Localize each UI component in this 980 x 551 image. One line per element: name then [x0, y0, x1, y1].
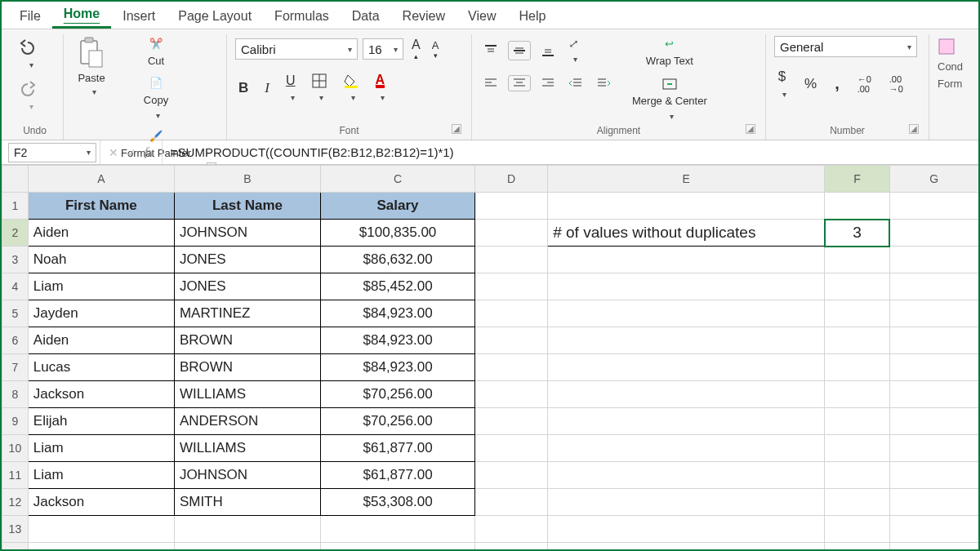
row-header-12[interactable]: 12	[2, 489, 29, 516]
row-header-11[interactable]: 11	[2, 462, 29, 489]
cell-B6[interactable]: BROWN	[174, 327, 320, 354]
cell-G8[interactable]	[889, 381, 978, 408]
col-header-B[interactable]: B	[174, 166, 320, 193]
cell-B13[interactable]	[174, 516, 320, 543]
cell-G12[interactable]	[889, 489, 978, 516]
tab-data[interactable]: Data	[341, 4, 391, 29]
col-header-A[interactable]: A	[28, 166, 174, 193]
row-header-6[interactable]: 6	[2, 327, 29, 354]
align-right-button[interactable]	[537, 76, 559, 91]
align-bottom-button[interactable]	[537, 42, 559, 60]
cell-B5[interactable]: MARTINEZ	[174, 300, 320, 327]
cell-B11[interactable]: JOHNSON	[174, 462, 320, 489]
cell-G4[interactable]	[889, 273, 978, 300]
cell-D14[interactable]	[475, 543, 548, 550]
cell-A14[interactable]	[28, 543, 174, 550]
cell-C4[interactable]: $85,452.00	[321, 273, 475, 300]
cell-C5[interactable]: $84,923.00	[321, 300, 475, 327]
cell-E8[interactable]	[548, 381, 825, 408]
cell-B7[interactable]: BROWN	[174, 354, 320, 381]
tab-file[interactable]: File	[8, 4, 52, 29]
comma-button[interactable]: ,	[831, 73, 843, 95]
cell-E1[interactable]	[548, 193, 825, 220]
paste-button[interactable]: Paste ▾	[72, 34, 111, 98]
cell-B14[interactable]	[174, 543, 320, 550]
decrease-decimal-button[interactable]: .00→0	[886, 73, 906, 96]
cell-B3[interactable]: JONES	[174, 247, 320, 273]
cell-C11[interactable]: $61,877.00	[321, 462, 475, 489]
cell-F13[interactable]	[825, 516, 889, 543]
increase-decimal-button[interactable]: ←0.00	[854, 73, 875, 96]
cell-C9[interactable]: $70,256.00	[321, 408, 475, 435]
cell-B8[interactable]: WILLIAMS	[174, 381, 320, 408]
cell-E7[interactable]	[548, 354, 825, 381]
cell-D5[interactable]	[475, 300, 548, 327]
cell-D3[interactable]	[475, 247, 548, 273]
cell-F3[interactable]	[825, 247, 889, 273]
cell-E6[interactable]	[548, 327, 825, 354]
cell-A2[interactable]: Aiden	[28, 220, 174, 247]
cell-A6[interactable]: Aiden	[28, 327, 174, 354]
cell-G2[interactable]	[889, 220, 978, 247]
fx-icon[interactable]: fx	[145, 145, 154, 159]
tab-formulas[interactable]: Formulas	[263, 4, 341, 29]
cell-A9[interactable]: Elijah	[28, 408, 174, 435]
formula-input[interactable]: =SUMPRODUCT((COUNTIF(B2:B12,B2:B12)=1)*1…	[163, 145, 978, 159]
spreadsheet-grid[interactable]: A B C D E F G 1First NameLast NameSalary…	[2, 165, 978, 549]
cell-C13[interactable]	[321, 516, 475, 543]
cell-G3[interactable]	[889, 247, 978, 273]
cell-C3[interactable]: $86,632.00	[321, 247, 475, 273]
cell-E5[interactable]	[548, 300, 825, 327]
cell-E13[interactable]	[548, 516, 825, 543]
cell-C7[interactable]: $84,923.00	[321, 354, 475, 381]
cell-F2[interactable]: 3	[825, 220, 889, 247]
tab-page-layout[interactable]: Page Layout	[167, 4, 263, 29]
col-header-E[interactable]: E	[548, 166, 825, 193]
cell-D8[interactable]	[475, 381, 548, 408]
cell-E2[interactable]: # of values without duplicates	[548, 220, 825, 247]
alignment-launcher-icon[interactable]: ◢	[746, 124, 755, 134]
cell-E9[interactable]	[548, 408, 825, 435]
cell-F8[interactable]	[825, 381, 889, 408]
col-header-D[interactable]: D	[475, 166, 548, 193]
row-header-10[interactable]: 10	[2, 435, 29, 462]
cell-F1[interactable]	[825, 193, 889, 220]
cell-B10[interactable]: WILLIAMS	[174, 435, 320, 462]
cell-G10[interactable]	[889, 435, 978, 462]
font-color-button[interactable]: A▾	[372, 73, 389, 104]
cell-B1[interactable]: Last Name	[174, 193, 320, 220]
cell-E14[interactable]	[548, 543, 825, 550]
number-format-select[interactable]: General▾	[774, 36, 917, 57]
font-size-select[interactable]: 16▾	[363, 38, 403, 60]
cell-D10[interactable]	[475, 435, 548, 462]
cell-C2[interactable]: $100,835.00	[321, 220, 475, 247]
tab-view[interactable]: View	[457, 4, 507, 29]
cell-B4[interactable]: JONES	[174, 273, 320, 300]
row-header-1[interactable]: 1	[2, 193, 29, 220]
cell-A4[interactable]: Liam	[28, 273, 174, 300]
cell-D11[interactable]	[475, 462, 548, 489]
cell-C14[interactable]	[321, 543, 475, 550]
cell-C6[interactable]: $84,923.00	[321, 327, 475, 354]
cell-D12[interactable]	[475, 489, 548, 516]
increase-indent-button[interactable]	[593, 76, 614, 91]
cell-E3[interactable]	[548, 247, 825, 273]
cell-D1[interactable]	[475, 193, 548, 220]
cell-D4[interactable]	[475, 273, 548, 300]
decrease-font-button[interactable]: A▾	[429, 38, 443, 61]
cell-G14[interactable]	[889, 543, 978, 550]
cell-F10[interactable]	[825, 435, 889, 462]
cell-B12[interactable]: SMITH	[174, 489, 320, 516]
cell-A10[interactable]: Liam	[28, 435, 174, 462]
redo-button[interactable]: ▾	[15, 79, 42, 113]
cell-E10[interactable]	[548, 435, 825, 462]
cell-G11[interactable]	[889, 462, 978, 489]
cell-A5[interactable]: Jayden	[28, 300, 174, 327]
cell-B2[interactable]: JOHNSON	[174, 220, 320, 247]
cell-A12[interactable]: Jackson	[28, 489, 174, 516]
cell-D13[interactable]	[475, 516, 548, 543]
cell-E12[interactable]	[548, 489, 825, 516]
row-header-5[interactable]: 5	[2, 300, 29, 327]
row-header-8[interactable]: 8	[2, 381, 29, 408]
name-box[interactable]: F2▾	[8, 143, 96, 162]
